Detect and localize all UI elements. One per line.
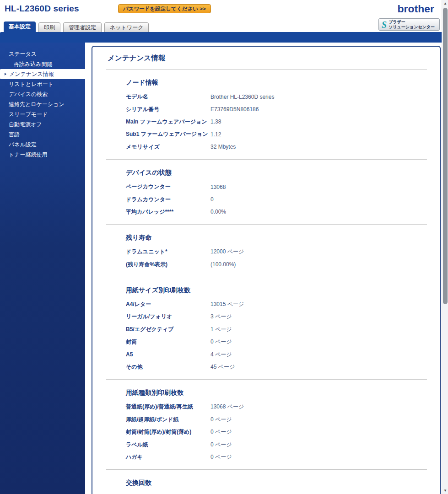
info-row: Main ファームウェアバージョン 1.38: [126, 116, 440, 128]
info-value: 1.12: [211, 131, 221, 138]
section-divider: [106, 277, 427, 277]
section-heading: デバイスの状態: [126, 169, 440, 177]
section-pages-by-paper-type: 用紙種類別印刷枚数 普通紙(厚め)/普通紙/再生紙 13068 ページ 厚紙/超…: [92, 389, 440, 463]
info-row: シリアル番号 E73769D5N806186: [126, 103, 440, 115]
section-device-status: デバイスの状態 ページカウンター 13068 ドラムカウンター 0 平均カバレッ…: [92, 169, 440, 218]
section-remaining-life: 残り寿命 ドラムユニット* 12000 ページ (残り寿命%表示) (100.0…: [92, 234, 440, 271]
scrollbar-thumb[interactable]: [443, 8, 448, 304]
info-label: (残り寿命%表示): [126, 261, 211, 268]
info-row: ドラムカウンター 0: [126, 193, 440, 205]
sidebar: ステータス 再読み込み間隔 メンテナンス情報 リストとレポート デバイスの検索 …: [0, 43, 85, 494]
sidebar-item-language[interactable]: 言語: [0, 129, 85, 140]
info-label: ハガキ: [126, 453, 211, 461]
info-row: その他 45 ページ: [126, 361, 440, 373]
section-divider: [106, 469, 427, 470]
info-row: ハガキ 0 ページ: [126, 451, 440, 463]
section-heading: 用紙サイズ別印刷枚数: [126, 286, 440, 295]
info-value: 0 ページ: [211, 453, 232, 461]
info-value: 0.00%: [211, 209, 226, 215]
sidebar-item-continue-toner[interactable]: トナー継続使用: [0, 150, 85, 160]
tab-admin-settings[interactable]: 管理者設定: [63, 22, 102, 32]
page-title: HL-L2360D series: [5, 4, 79, 14]
scroll-up-arrow-icon[interactable]: ▲: [442, 0, 448, 7]
info-row: リーガル/フォリオ 3 ページ: [126, 311, 440, 323]
set-password-button[interactable]: パスワードを設定してください >>: [118, 4, 211, 13]
sidebar-item-panel-settings[interactable]: パネル設定: [0, 140, 85, 150]
info-value: 13015 ページ: [211, 301, 244, 308]
info-label: A4/レター: [126, 301, 211, 308]
sidebar-nav: ステータス 再読み込み間隔 メンテナンス情報 リストとレポート デバイスの検索 …: [0, 43, 85, 160]
content-panel: メンテナンス情報 ノード情報 モデル名 Brother HL-L2360D se…: [92, 46, 441, 494]
tab-bar: 基本設定 印刷 管理者設定 ネットワーク: [4, 21, 149, 32]
info-label: ページカウンター: [126, 183, 211, 191]
solution-center-swoosh-icon: S: [382, 20, 387, 29]
sidebar-item-contact-location[interactable]: 連絡先とロケーション: [0, 99, 85, 109]
info-value: Brother HL-L2360D series: [211, 94, 274, 100]
scroll-down-arrow-icon[interactable]: ▼: [442, 487, 448, 494]
info-row: A5 4 ページ: [126, 348, 440, 360]
info-row: 普通紙(厚め)/普通紙/再生紙 13068 ページ: [126, 401, 440, 413]
info-value: 3 ページ: [211, 313, 232, 321]
info-row: メモリサイズ 32 Mbytes: [126, 141, 440, 153]
sidebar-item-status[interactable]: ステータス: [0, 49, 85, 59]
header: HL-L2360D series パスワードを設定してください >> broth…: [0, 0, 442, 21]
section-divider: [106, 224, 427, 225]
title-divider: [106, 69, 427, 70]
info-row: (残り寿命%表示) (100.00%): [126, 258, 440, 271]
info-value: 32 Mbytes: [211, 144, 236, 150]
info-label: その他: [126, 363, 211, 371]
info-row: ドラムユニット* 12000 ページ: [126, 246, 440, 258]
info-label: Sub1 ファームウェアバージョン: [126, 130, 211, 138]
vertical-scrollbar[interactable]: ▲ ▼: [442, 0, 448, 494]
sidebar-item-find-device[interactable]: デバイスの検索: [0, 89, 85, 99]
active-item-arrow-icon: [5, 73, 6, 75]
info-label: B5/エグゼクティブ: [126, 326, 211, 333]
info-label: A5: [126, 351, 211, 358]
sidebar-item-sleep-mode[interactable]: スリープモード: [0, 109, 85, 119]
section-divider: [106, 379, 427, 380]
info-label: 封筒: [126, 338, 211, 346]
info-value: 0 ページ: [211, 428, 232, 436]
section-node-info: ノード情報 モデル名 Brother HL-L2360D series シリアル…: [92, 79, 440, 153]
info-row: ページカウンター 13068: [126, 181, 440, 193]
info-row: B5/エグゼクティブ 1 ページ: [126, 323, 440, 336]
info-label: 厚紙/超厚紙/ボンド紙: [126, 416, 211, 424]
tab-print[interactable]: 印刷: [38, 22, 60, 32]
info-label: リーガル/フォリオ: [126, 313, 211, 321]
info-value: 0 ページ: [211, 441, 232, 449]
info-value: (100.00%): [211, 261, 236, 268]
section-replace-count: 交換回数 トナー 6 ドラムユニット 1: [92, 479, 440, 494]
section-heading: 残り寿命: [126, 234, 440, 242]
sidebar-item-lists-reports[interactable]: リストとレポート: [0, 79, 85, 89]
info-value: 12000 ページ: [211, 248, 244, 256]
accent-band: [0, 32, 442, 43]
section-divider: [106, 159, 427, 160]
section-pages-by-paper-size: 用紙サイズ別印刷枚数 A4/レター 13015 ページ リーガル/フォリオ 3 …: [92, 286, 440, 373]
info-label: メモリサイズ: [126, 143, 211, 151]
brother-logo: brother: [398, 3, 435, 15]
info-row: ラベル紙 0 ページ: [126, 438, 440, 451]
info-row: モデル名 Brother HL-L2360D series: [126, 91, 440, 103]
info-label: ドラムカウンター: [126, 196, 211, 204]
content-title: メンテナンス情報: [108, 54, 440, 63]
info-row: 厚紙/超厚紙/ボンド紙 0 ページ: [126, 413, 440, 426]
solution-center-label: ブラザー ソリューションセンター: [389, 20, 435, 30]
info-value: 0: [211, 196, 214, 203]
info-label: 封筒/封筒(厚め)/封筒(薄め): [126, 428, 211, 436]
info-label: シリアル番号: [126, 106, 211, 113]
info-row: 封筒 0 ページ: [126, 336, 440, 348]
info-value: 1 ページ: [211, 326, 232, 333]
solution-center-button[interactable]: S ブラザー ソリューションセンター: [378, 18, 440, 31]
tab-network[interactable]: ネットワーク: [104, 22, 149, 32]
tab-basic-settings[interactable]: 基本設定: [4, 21, 36, 32]
info-label: Main ファームウェアバージョン: [126, 118, 211, 126]
sidebar-item-maintenance-info[interactable]: メンテナンス情報: [0, 69, 87, 79]
info-value: 13068 ページ: [211, 403, 244, 411]
info-row: トナー 6: [126, 491, 440, 494]
info-value: 13068: [211, 184, 226, 190]
sidebar-item-auto-power-off[interactable]: 自動電源オフ: [0, 119, 85, 129]
sidebar-item-refresh-interval[interactable]: 再読み込み間隔: [0, 59, 85, 69]
info-row: 封筒/封筒(厚め)/封筒(薄め) 0 ページ: [126, 426, 440, 438]
info-value: E73769D5N806186: [211, 106, 259, 113]
info-value: 4 ページ: [211, 351, 232, 359]
